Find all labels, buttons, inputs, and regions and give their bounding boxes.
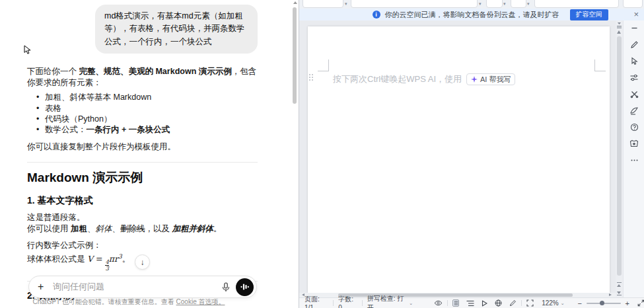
- ribbon-control[interactable]: [486, 0, 503, 8]
- play-view-icon[interactable]: [482, 300, 487, 307]
- scroll-to-bottom-button[interactable]: ↓: [135, 254, 150, 270]
- section-1-heading: 1. 基本文字格式: [27, 195, 258, 207]
- ribbon-control[interactable]: [511, 0, 526, 8]
- membership-icon[interactable]: [624, 136, 644, 151]
- list-item: 加粗、斜体等基本 Markdown: [27, 92, 258, 102]
- arrow-down-icon: ↓: [141, 258, 145, 267]
- scrollbar-up-arrow[interactable]: [617, 30, 621, 34]
- zoom-level[interactable]: 122%: [542, 299, 559, 307]
- ribbon-bottom-strip: ▾ ▾ ▾ ▾: [299, 0, 644, 9]
- document-vertical-scrollbar[interactable]: [616, 20, 623, 297]
- attach-plus-icon[interactable]: +: [38, 281, 51, 293]
- screen: md格式演示，有基本md元素（如加粗等），有表格，有代码块，并两条数学公式，一个…: [0, 0, 644, 308]
- sparkle-icon: [471, 76, 478, 83]
- adjust-sliders-icon[interactable]: [624, 70, 644, 85]
- banner-close-icon[interactable]: ×: [633, 9, 639, 19]
- outline-view-icon[interactable]: [466, 300, 474, 307]
- feature-list: 加粗、斜体等基本 Markdown 表格 代码块（Python） 数学公式：一条…: [27, 92, 258, 135]
- wps-right-sidebar: [623, 20, 644, 297]
- chevron-down-icon[interactable]: ▾: [503, 1, 506, 7]
- wps-status-bar: 页面: 1/1 字数: 0 拼写检查: 打开 ⌄: [299, 297, 644, 308]
- ribbon-control[interactable]: [351, 0, 478, 8]
- scrollbar-right-arrow[interactable]: [609, 293, 612, 296]
- voice-mode-button[interactable]: [236, 278, 254, 296]
- document-placeholder: 按下两次Ctrl键唤起WPS AI，使用 AI 帮我写: [333, 73, 515, 85]
- chevron-down-icon[interactable]: ⌄: [561, 301, 565, 306]
- chat-scrollbar[interactable]: [293, 0, 297, 304]
- expand-space-button[interactable]: 扩容空间: [570, 9, 608, 20]
- markdown-h1: Markdown 演示示例: [27, 169, 258, 186]
- more-icon[interactable]: [624, 153, 644, 167]
- wps-window: ▾ ▾ ▾ ▾ i 你的云空间已满，将影响文档备份到云盘，请及时扩容 扩容空间 …: [299, 0, 644, 308]
- page-view-icon[interactable]: [452, 299, 459, 307]
- zoom-slider[interactable]: [587, 303, 621, 304]
- word-count: 字数: 0: [338, 295, 357, 308]
- eye-icon[interactable]: [434, 300, 443, 306]
- ruler-toggle-icon[interactable]: [616, 22, 622, 28]
- chevron-down-icon[interactable]: ▾: [345, 1, 347, 7]
- zoom-slider-knob[interactable]: [600, 301, 604, 305]
- page-indicator: 页面: 1/1: [304, 295, 328, 308]
- zoom-out-button[interactable]: −: [578, 299, 582, 307]
- chat-disclaimer: ChatGPT 也可能会犯错。请核查重要信息。查看 Cookie 首选项。: [0, 297, 258, 307]
- spellcheck-status[interactable]: 拼写检查: 打开: [367, 294, 407, 308]
- document-page[interactable]: 按下两次Ctrl键唤起WPS AI，使用 AI 帮我写: [308, 26, 610, 293]
- chat-composer[interactable]: + 询问任何问题: [28, 276, 257, 298]
- copy-note: 你可以直接复制整个片段作为模板使用。: [27, 141, 258, 153]
- list-item: 表格: [27, 103, 258, 114]
- page-margin-corner-mark: [318, 59, 329, 71]
- user-message-text: md格式演示，有基本md元素（如加粗等），有表格，有代码块，并两条数学公式，一个…: [104, 11, 245, 46]
- tools-icon[interactable]: [624, 87, 644, 101]
- chevron-down-icon[interactable]: ▾: [527, 1, 530, 7]
- proofread-icon[interactable]: [624, 103, 644, 118]
- chevron-down-icon[interactable]: ⌄: [409, 301, 413, 306]
- user-message-bubble: md格式演示，有基本md元素（如加粗等），有表格，有代码块，并两条数学公式，一个…: [95, 5, 258, 54]
- assistant-intro: 下面给你一个 完整、规范、美观的 Markdown 演示示例，包含你要求的所有元…: [27, 66, 258, 88]
- list-item: 代码块（Python）: [27, 114, 258, 124]
- ai-write-badge[interactable]: AI 帮我写: [466, 73, 515, 85]
- ribbon-control[interactable]: [534, 0, 619, 8]
- help-icon[interactable]: [624, 120, 644, 134]
- scrollbar-up-arrow[interactable]: [293, 1, 297, 4]
- chatgpt-window: md格式演示，有基本md元素（如加粗等），有表格，有代码块，并两条数学公式，一个…: [0, 0, 299, 308]
- paragraph-drag-handle-icon[interactable]: [309, 74, 314, 83]
- previous-page-icon[interactable]: [617, 282, 622, 287]
- web-view-icon[interactable]: [495, 299, 502, 307]
- scrollbar-thumb[interactable]: [617, 36, 622, 276]
- waveform-icon: [240, 283, 249, 291]
- cookie-preferences-link[interactable]: Cookie 首选项。: [176, 298, 225, 305]
- chevron-down-icon[interactable]: ▾: [479, 1, 482, 7]
- select-cursor-icon[interactable]: [624, 54, 644, 68]
- math-inline: V = 43πr3: [87, 254, 122, 264]
- banner-text: 你的云空间已满，将影响文档备份到云盘，请及时扩容: [385, 10, 559, 20]
- ink-pen-icon[interactable]: [509, 299, 517, 307]
- fullscreen-icon[interactable]: [637, 299, 644, 307]
- page-margin-corner-mark: [594, 59, 606, 71]
- divider: [27, 162, 258, 163]
- scrollbar-thumb[interactable]: [293, 7, 297, 104]
- focus-mode-icon[interactable]: [526, 299, 534, 307]
- list-item: 数学公式：一条行内 + 一条块公式: [27, 124, 258, 135]
- next-page-icon[interactable]: [617, 289, 622, 294]
- edit-pen-icon[interactable]: [624, 37, 644, 52]
- mouse-cursor-icon: [24, 45, 32, 55]
- ribbon-control[interactable]: [303, 0, 343, 8]
- format-paragraph: 这是普通段落。 你可以使用 加粗、斜体、删除线，以及 加粗并斜体。: [27, 212, 258, 235]
- ribbon-control[interactable]: [623, 0, 643, 8]
- info-icon: i: [373, 11, 380, 19]
- chat-input-placeholder[interactable]: 询问任何问题: [53, 281, 219, 293]
- microphone-icon[interactable]: [219, 282, 233, 292]
- zoom-in-button[interactable]: +: [626, 299, 629, 307]
- minimize-icon[interactable]: [624, 20, 644, 35]
- cloud-space-banner: i 你的云空间已满，将影响文档备份到云盘，请及时扩容 扩容空间 ×: [299, 9, 644, 20]
- strikethrough-text: 删除线: [120, 224, 145, 233]
